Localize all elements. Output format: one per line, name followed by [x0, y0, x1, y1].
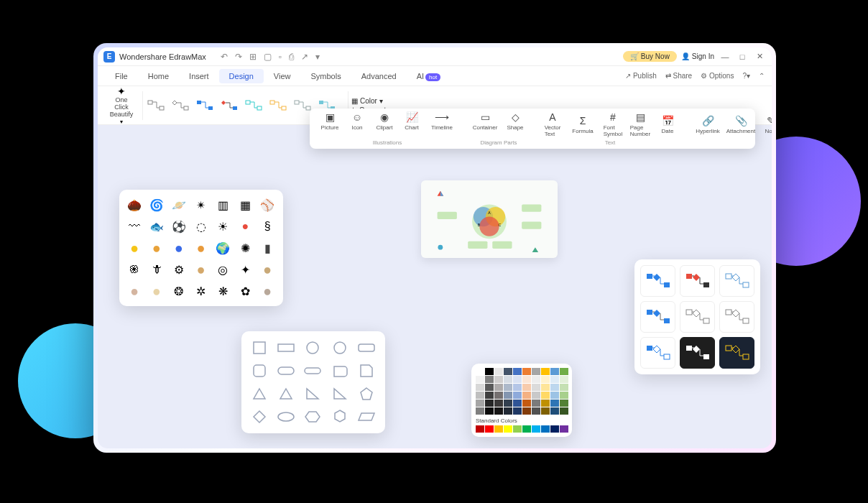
- clipart-item[interactable]: ●: [125, 282, 144, 300]
- clipart-item[interactable]: ✺: [236, 239, 254, 257]
- color-swatch[interactable]: [541, 384, 550, 391]
- clipart-item[interactable]: ●: [147, 282, 166, 300]
- color-swatch[interactable]: [541, 425, 550, 433]
- clipart-button[interactable]: ◉Clipart: [371, 111, 397, 131]
- color-swatch[interactable]: [550, 425, 559, 433]
- color-swatch[interactable]: [485, 425, 494, 433]
- color-swatch[interactable]: [560, 368, 568, 375]
- clipart-item[interactable]: 🌍: [213, 239, 232, 257]
- menu-home[interactable]: Home: [138, 69, 179, 83]
- color-swatch[interactable]: [476, 400, 484, 407]
- clipart-item[interactable]: ●: [147, 239, 166, 257]
- clipart-item[interactable]: ⚾: [258, 195, 277, 214]
- clipart-item[interactable]: ✲: [192, 282, 211, 300]
- one-click-beautify-button[interactable]: ✦ One Click Beautify ▾: [103, 89, 139, 121]
- clipart-item[interactable]: ❂: [170, 282, 188, 300]
- color-swatch[interactable]: [522, 400, 531, 407]
- color-swatch[interactable]: [485, 400, 494, 407]
- clipart-item[interactable]: ●: [258, 282, 277, 300]
- flow-style-1[interactable]: [146, 98, 167, 114]
- shape-rectangle[interactable]: [275, 338, 297, 357]
- shape-diamond[interactable]: [249, 407, 270, 426]
- color-swatch[interactable]: [532, 400, 540, 407]
- help-button[interactable]: ?▾: [742, 72, 750, 80]
- maximize-button[interactable]: □: [736, 52, 749, 61]
- sign-in-button[interactable]: 👤Sign In: [681, 52, 714, 60]
- clipart-item[interactable]: 🌰: [125, 195, 144, 214]
- color-swatch[interactable]: [550, 384, 559, 391]
- color-swatch[interactable]: [494, 376, 503, 383]
- chart-button[interactable]: 📈Chart: [399, 111, 425, 131]
- icon-button[interactable]: ☺Icon: [344, 111, 370, 131]
- clipart-item[interactable]: ▥: [213, 195, 232, 214]
- clipart-item[interactable]: §: [258, 217, 277, 236]
- clipart-item[interactable]: ●: [192, 260, 211, 279]
- clipart-item[interactable]: ⚽: [170, 217, 188, 236]
- color-swatch[interactable]: [494, 400, 503, 407]
- formula-button[interactable]: ΣFormula: [567, 111, 599, 137]
- undo-icon[interactable]: ↶: [221, 52, 228, 62]
- flow-style-option[interactable]: [640, 337, 675, 369]
- flow-style-option[interactable]: [680, 301, 715, 333]
- color-swatch[interactable]: [485, 384, 494, 391]
- color-swatch[interactable]: [522, 407, 531, 415]
- date-button[interactable]: 📅Date: [655, 111, 680, 137]
- color-swatch[interactable]: [504, 407, 512, 415]
- dropdown-icon[interactable]: ▾: [315, 52, 320, 62]
- clipart-item[interactable]: 🌀: [147, 195, 166, 214]
- flow-style-option[interactable]: [640, 265, 675, 297]
- clipart-item[interactable]: ✴: [192, 195, 211, 214]
- redo-icon[interactable]: ↷: [235, 52, 242, 62]
- color-swatch[interactable]: [550, 392, 559, 399]
- minimize-button[interactable]: —: [719, 52, 731, 61]
- buy-now-button[interactable]: 🛒 Buy Now: [623, 51, 677, 62]
- color-swatch[interactable]: [485, 368, 494, 375]
- shape-hexagon[interactable]: [302, 407, 323, 426]
- color-swatch[interactable]: [532, 425, 540, 433]
- flow-style-option[interactable]: [719, 301, 754, 333]
- menu-ai[interactable]: AIhot: [407, 69, 451, 83]
- flow-style-option[interactable]: [640, 301, 675, 333]
- color-swatch[interactable]: [504, 368, 512, 375]
- color-swatch[interactable]: [532, 368, 540, 375]
- options-button[interactable]: ⚙ Options: [701, 72, 734, 80]
- color-swatch[interactable]: [513, 392, 522, 399]
- flow-style-option[interactable]: [680, 265, 715, 297]
- shape-triangle2[interactable]: [275, 384, 297, 403]
- picture-button[interactable]: ▣Picture: [317, 111, 343, 131]
- note-button[interactable]: ✎Note: [758, 111, 772, 137]
- color-swatch[interactable]: [541, 400, 550, 407]
- print-icon[interactable]: ⎙: [289, 52, 294, 62]
- clipart-item[interactable]: ☀: [213, 217, 232, 236]
- color-swatch[interactable]: [522, 368, 531, 375]
- color-swatch[interactable]: [513, 425, 522, 433]
- color-swatch[interactable]: [560, 384, 568, 391]
- clipart-item[interactable]: ֎: [125, 260, 144, 279]
- clipart-item[interactable]: ✿: [236, 282, 254, 300]
- shape-circle2[interactable]: [329, 338, 351, 357]
- shape-snip[interactable]: [356, 361, 377, 380]
- clipart-item[interactable]: 🗡: [147, 260, 166, 279]
- clipart-item[interactable]: ❋: [213, 282, 232, 300]
- color-swatch[interactable]: [504, 392, 512, 399]
- color-swatch[interactable]: [504, 425, 512, 433]
- flow-style-5[interactable]: [244, 98, 265, 114]
- color-swatch[interactable]: [522, 425, 531, 433]
- flow-style-6[interactable]: [268, 98, 290, 114]
- color-swatch[interactable]: [476, 425, 484, 433]
- clipart-item[interactable]: ●: [192, 239, 211, 257]
- color-swatch[interactable]: [513, 400, 522, 407]
- color-swatch[interactable]: [522, 384, 531, 391]
- color-swatch[interactable]: [560, 400, 568, 407]
- shape-square[interactable]: [249, 338, 270, 357]
- clipart-item[interactable]: ●: [170, 239, 188, 257]
- shape-pentagon[interactable]: [356, 384, 377, 403]
- page-number-button[interactable]: ▤Page Number: [627, 111, 653, 137]
- color-swatch[interactable]: [513, 368, 522, 375]
- color-swatch[interactable]: [522, 376, 531, 383]
- menu-file[interactable]: File: [105, 69, 138, 83]
- color-swatch[interactable]: [541, 407, 550, 415]
- clipart-item[interactable]: 🐟: [147, 217, 166, 236]
- color-swatch[interactable]: [522, 392, 531, 399]
- color-swatch[interactable]: [476, 376, 484, 383]
